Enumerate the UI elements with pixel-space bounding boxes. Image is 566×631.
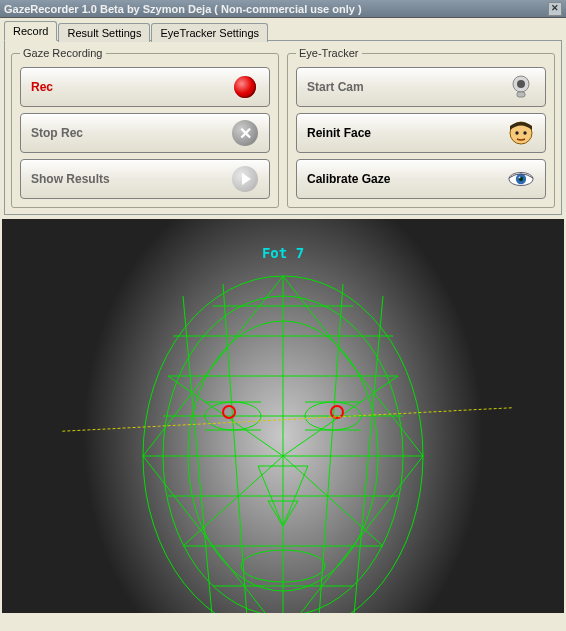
svg-rect-2 — [517, 92, 525, 97]
tab-record[interactable]: Record — [4, 21, 57, 41]
stop-icon: ✕ — [231, 119, 259, 147]
tab-result-settings[interactable]: Result Settings — [58, 23, 150, 42]
record-icon — [231, 73, 259, 101]
face-icon — [507, 119, 535, 147]
start-cam-button[interactable]: Start Cam — [296, 67, 546, 107]
play-icon — [231, 165, 259, 193]
window-title: GazeRecorder 1.0 Beta by Szymon Deja ( N… — [4, 3, 362, 15]
svg-point-5 — [523, 131, 526, 134]
eye-tracker-group: Eye-Tracker Start Cam Reinit Face Calibr… — [287, 47, 555, 208]
rec-button-label: Rec — [31, 80, 53, 94]
svg-point-9 — [519, 176, 521, 178]
start-cam-label: Start Cam — [307, 80, 364, 94]
reinit-face-button[interactable]: Reinit Face — [296, 113, 546, 153]
preview-overlay-text: Fot 7 — [262, 245, 304, 261]
close-icon[interactable]: ✕ — [548, 2, 562, 16]
reinit-face-label: Reinit Face — [307, 126, 371, 140]
gaze-recording-legend: Gaze Recording — [20, 47, 106, 59]
rec-button[interactable]: Rec — [20, 67, 270, 107]
gaze-recording-group: Gaze Recording Rec Stop Rec ✕ Show Resul… — [11, 47, 279, 208]
left-eye-marker — [222, 405, 236, 419]
tab-eyetracker-settings[interactable]: EyeTracker Settings — [151, 23, 268, 42]
camera-frame-bg — [2, 219, 564, 613]
show-results-button[interactable]: Show Results — [20, 159, 270, 199]
title-bar: GazeRecorder 1.0 Beta by Szymon Deja ( N… — [0, 0, 566, 18]
svg-point-1 — [517, 80, 525, 88]
eye-tracker-legend: Eye-Tracker — [296, 47, 362, 59]
camera-preview: Fot 7 — [2, 219, 564, 613]
eye-icon — [507, 165, 535, 193]
stop-rec-label: Stop Rec — [31, 126, 83, 140]
tab-panel-record: Gaze Recording Rec Stop Rec ✕ Show Resul… — [4, 40, 562, 215]
show-results-label: Show Results — [31, 172, 110, 186]
calibrate-gaze-label: Calibrate Gaze — [307, 172, 390, 186]
stop-rec-button[interactable]: Stop Rec ✕ — [20, 113, 270, 153]
calibrate-gaze-button[interactable]: Calibrate Gaze — [296, 159, 546, 199]
tab-strip: Record Result Settings EyeTracker Settin… — [0, 18, 566, 40]
webcam-icon — [507, 73, 535, 101]
svg-point-4 — [515, 131, 518, 134]
